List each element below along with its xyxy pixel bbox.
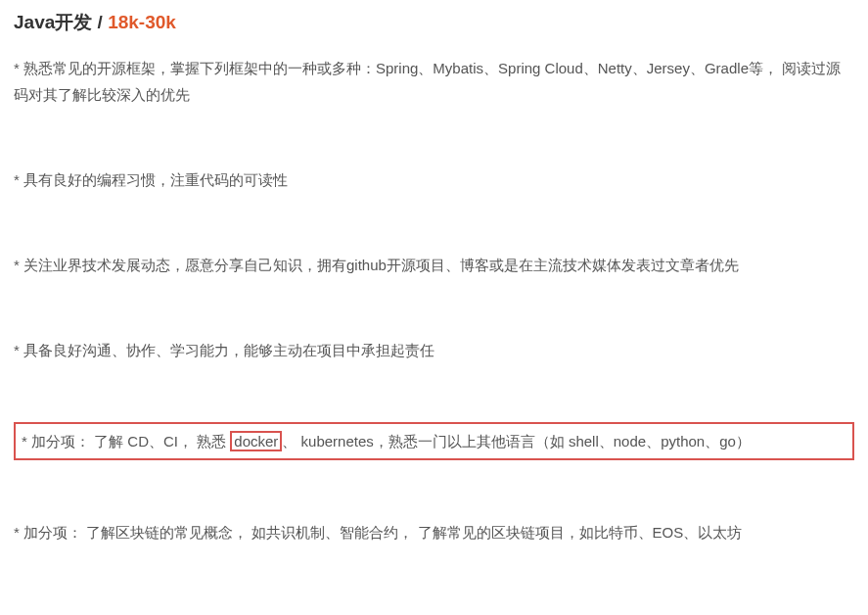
bonus-text-pre: * 加分项： 了解 CD、CI， 熟悉 [22, 433, 230, 449]
job-title: Java开发 [14, 12, 92, 32]
title-separator: / [92, 12, 108, 32]
bonus-box-highlighted: * 加分项： 了解 CD、CI， 熟悉 docker、 kubernetes，熟… [14, 422, 854, 460]
requirement-coding-habits: * 具有良好的编程习惯，注重代码的可读性 [14, 166, 854, 193]
requirement-industry-knowledge: * 关注业界技术发展动态，愿意分享自己知识，拥有github开源项目、博客或是在… [14, 252, 854, 278]
bonus-blockchain: * 加分项： 了解区块链的常见概念， 如共识机制、智能合约， 了解常见的区块链项… [14, 519, 854, 545]
requirement-frameworks: * 熟悉常见的开源框架，掌握下列框架中的一种或多种：Spring、Mybatis… [14, 55, 854, 108]
bonus-text-post: 、 kubernetes，熟悉一门以上其他语言（如 shell、node、pyt… [282, 433, 751, 449]
bonus-cicd-docker: * 加分项： 了解 CD、CI， 熟悉 docker、 kubernetes，熟… [22, 428, 846, 454]
docker-highlight: docker [230, 431, 282, 451]
requirement-communication: * 具备良好沟通、协作、学习能力，能够主动在项目中承担起责任 [14, 337, 854, 363]
job-title-header: Java开发 / 18k-30k [14, 10, 854, 35]
salary-range: 18k-30k [108, 12, 176, 32]
